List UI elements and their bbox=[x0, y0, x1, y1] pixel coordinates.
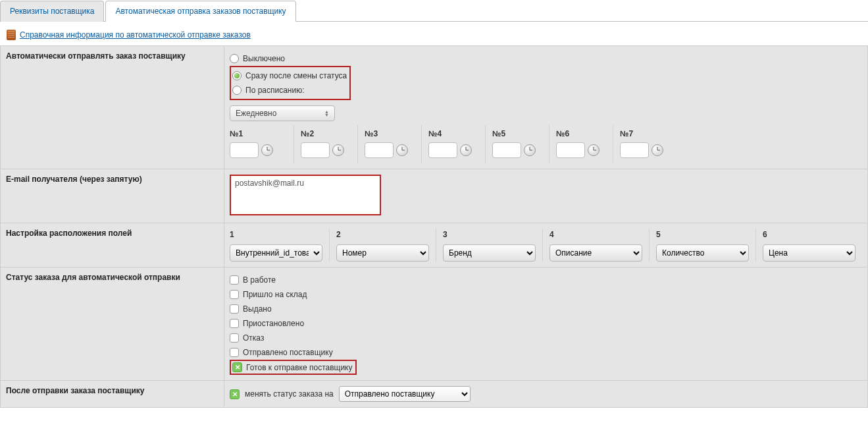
field-select-1[interactable]: Внутренний_id_товар bbox=[230, 244, 322, 262]
radio-immediately-label: Сразу после смены статуса bbox=[245, 71, 347, 80]
time-input-2[interactable] bbox=[301, 142, 330, 158]
time-header-7: №7 bbox=[620, 129, 669, 138]
checkbox-status-1[interactable] bbox=[230, 275, 239, 285]
tabs-bar: Реквизиты поставщика Автоматическая отпр… bbox=[0, 0, 868, 22]
status-label-6: Отправлено поставщику bbox=[243, 348, 333, 357]
radio-scheduled[interactable] bbox=[232, 86, 242, 95]
time-header-2: №2 bbox=[301, 129, 349, 138]
after-send-status-select[interactable]: Отправлено поставщику bbox=[339, 386, 471, 402]
field-select-6[interactable]: Цена bbox=[763, 244, 855, 262]
time-header-1: №1 bbox=[230, 129, 286, 138]
field-select-3[interactable]: Бренд bbox=[443, 244, 536, 262]
field-cols: 1Внутренний_id_товар 2Номер 3Бренд 4Опис… bbox=[230, 229, 862, 262]
status-highlight-box: ✕ Готов к отправке поставщику bbox=[230, 360, 357, 375]
auto-send-cell: Выключено Сразу после смены статуса По р… bbox=[224, 46, 868, 169]
time-input-6[interactable] bbox=[556, 142, 585, 158]
time-input-5[interactable] bbox=[492, 142, 521, 158]
schedule-frequency-value: Ежедневно bbox=[236, 109, 276, 118]
status-label-5: Отказ bbox=[243, 333, 264, 343]
schedule-times-row: №1 №2 №3 №4 №5 №6 №7 bbox=[230, 125, 862, 163]
time-header-3: №3 bbox=[365, 129, 413, 138]
checkbox-change-status[interactable]: ✕ bbox=[230, 389, 240, 399]
radio-immediately[interactable] bbox=[232, 71, 242, 80]
time-input-1[interactable] bbox=[230, 142, 259, 158]
time-input-4[interactable] bbox=[428, 142, 457, 158]
field-hdr-2: 2 bbox=[336, 230, 429, 239]
label-fields: Настройка расположения полей bbox=[1, 223, 224, 267]
field-hdr-1: 1 bbox=[230, 230, 322, 239]
book-icon bbox=[7, 30, 16, 40]
label-auto-send: Автоматически отправлять заказ поставщик… bbox=[1, 46, 224, 169]
clock-icon[interactable] bbox=[396, 144, 408, 156]
status-label-1: В работе bbox=[243, 275, 276, 285]
settings-table: Автоматически отправлять заказ поставщик… bbox=[0, 45, 868, 408]
checkbox-status-4[interactable] bbox=[230, 319, 239, 328]
label-email: E-mail получателя (через запятую) bbox=[1, 169, 224, 223]
tab-supplier-details[interactable]: Реквизиты поставщика bbox=[0, 1, 104, 22]
checkbox-status-5[interactable] bbox=[230, 333, 239, 343]
radio-off[interactable] bbox=[230, 54, 239, 63]
time-input-3[interactable] bbox=[365, 142, 394, 158]
time-header-6: №6 bbox=[556, 129, 605, 138]
checkbox-status-2[interactable] bbox=[230, 290, 239, 299]
checkbox-status-7-checked[interactable]: ✕ bbox=[232, 362, 242, 372]
radio-highlight-box: Сразу после смены статуса По расписанию: bbox=[230, 66, 351, 100]
tab-auto-send[interactable]: Автоматическая отправка заказов поставщи… bbox=[105, 1, 295, 22]
clock-icon[interactable] bbox=[524, 144, 536, 156]
field-hdr-4: 4 bbox=[549, 230, 642, 239]
radio-scheduled-label: По расписанию: bbox=[245, 86, 305, 95]
status-label-4: Приостановлено bbox=[243, 319, 304, 328]
time-header-5: №5 bbox=[492, 129, 541, 138]
time-input-7[interactable] bbox=[620, 142, 649, 158]
clock-icon[interactable] bbox=[460, 144, 472, 156]
clock-icon[interactable] bbox=[588, 144, 600, 156]
clock-icon[interactable] bbox=[332, 144, 344, 156]
field-hdr-3: 3 bbox=[443, 230, 536, 239]
radio-off-label: Выключено bbox=[243, 54, 285, 63]
field-hdr-5: 5 bbox=[656, 230, 749, 239]
label-status: Статус заказа для автоматической отправк… bbox=[1, 267, 224, 381]
field-select-5[interactable]: Количество bbox=[656, 244, 749, 262]
help-link[interactable]: Справочная информация по автоматической … bbox=[20, 30, 251, 40]
field-select-2[interactable]: Номер bbox=[336, 244, 429, 262]
chevron-updown-icon: ▲▼ bbox=[324, 110, 329, 117]
clock-icon[interactable] bbox=[261, 144, 273, 156]
checkbox-status-3[interactable] bbox=[230, 304, 239, 314]
status-label-3: Выдано bbox=[243, 304, 272, 314]
checkbox-status-6[interactable] bbox=[230, 348, 239, 357]
field-hdr-6: 6 bbox=[763, 230, 855, 239]
time-header-4: №4 bbox=[428, 129, 477, 138]
help-row: Справочная информация по автоматической … bbox=[0, 24, 868, 45]
status-label-7: Готов к отправке поставщику bbox=[246, 363, 353, 372]
field-select-4[interactable]: Описание bbox=[549, 244, 642, 262]
clock-icon[interactable] bbox=[651, 144, 663, 156]
status-label-2: Пришло на склад bbox=[243, 290, 307, 299]
change-status-label: менять статус заказа на bbox=[245, 389, 334, 399]
label-after-send: После отправки заказа поставщику bbox=[1, 381, 224, 408]
email-input[interactable] bbox=[230, 175, 381, 215]
schedule-frequency-select[interactable]: Ежедневно ▲▼ bbox=[230, 105, 335, 121]
